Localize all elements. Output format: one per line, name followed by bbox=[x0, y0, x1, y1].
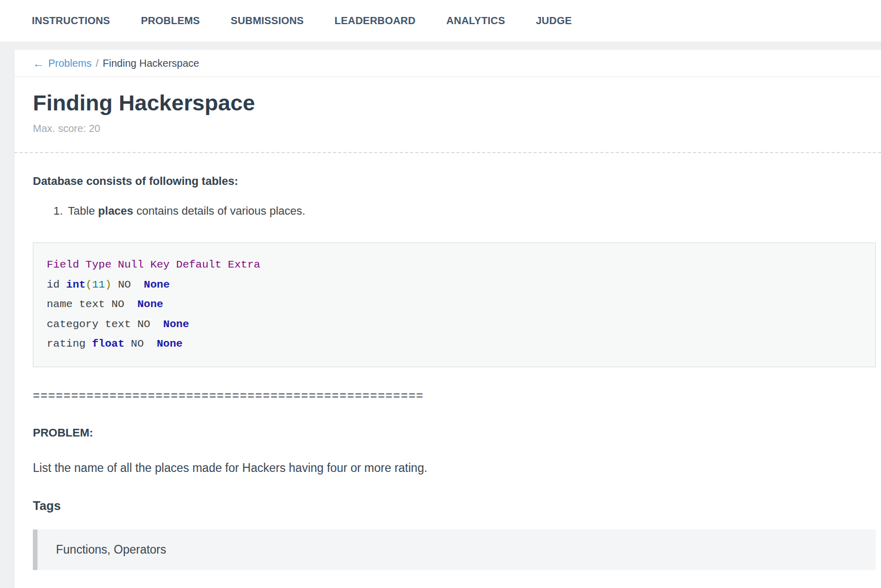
breadcrumb: ← Problems / Finding Hackerspace bbox=[14, 50, 881, 77]
tags-blockquote: Functions, Operators bbox=[33, 529, 876, 570]
breadcrumb-back-label: Problems bbox=[48, 58, 91, 69]
tags-label: Tags bbox=[33, 499, 876, 513]
equals-separator: ========================================… bbox=[33, 389, 876, 403]
breadcrumb-separator: / bbox=[95, 58, 99, 69]
nav-item-problems[interactable]: PROBLEMS bbox=[141, 15, 200, 27]
title-block: Finding Hackerspace Max. score: 20 bbox=[14, 77, 881, 153]
schema-code-block: Field Type Null Key Default Extraid int(… bbox=[33, 242, 876, 367]
page-title: Finding Hackerspace bbox=[33, 90, 863, 116]
breadcrumb-current: Finding Hackerspace bbox=[103, 58, 199, 69]
nav-item-instructions[interactable]: INSTRUCTIONS bbox=[32, 15, 110, 27]
code-line: name text NO None bbox=[47, 295, 862, 315]
back-arrow-icon: ← bbox=[33, 58, 44, 69]
nav-item-leaderboard[interactable]: LEADERBOARD bbox=[335, 15, 416, 27]
breadcrumb-back-link[interactable]: ← Problems bbox=[33, 58, 91, 69]
nav-item-judge[interactable]: JUDGE bbox=[536, 15, 572, 27]
table-list-item: 1.Table places contains details of vario… bbox=[33, 204, 876, 218]
problem-label: PROBLEM: bbox=[33, 426, 876, 440]
tags-value: Functions, Operators bbox=[56, 543, 166, 556]
problem-statement: List the name of all the places made for… bbox=[33, 461, 876, 475]
tables-intro-heading: Database consists of following tables: bbox=[33, 175, 876, 188]
top-navbar: INSTRUCTIONS PROBLEMS SUBMISSIONS LEADER… bbox=[0, 0, 881, 42]
list-item-text-prefix: Table bbox=[68, 204, 98, 217]
nav-item-submissions[interactable]: SUBMISSIONS bbox=[231, 15, 303, 27]
max-score: Max. score: 20 bbox=[33, 123, 863, 135]
nav-item-analytics[interactable]: ANALYTICS bbox=[446, 15, 505, 27]
code-line: category text NO None bbox=[47, 315, 862, 335]
list-item-number: 1. bbox=[53, 204, 63, 217]
code-line: rating float NO None bbox=[47, 334, 862, 354]
problem-description: Database consists of following tables: 1… bbox=[14, 175, 881, 570]
code-line: id int(11) NO None bbox=[47, 275, 862, 295]
code-line: Field Type Null Key Default Extra bbox=[47, 255, 862, 275]
table-name: places bbox=[98, 204, 133, 217]
list-item-text-suffix: contains details of various places. bbox=[133, 204, 305, 217]
problem-card: ← Problems / Finding Hackerspace Finding… bbox=[14, 50, 881, 588]
